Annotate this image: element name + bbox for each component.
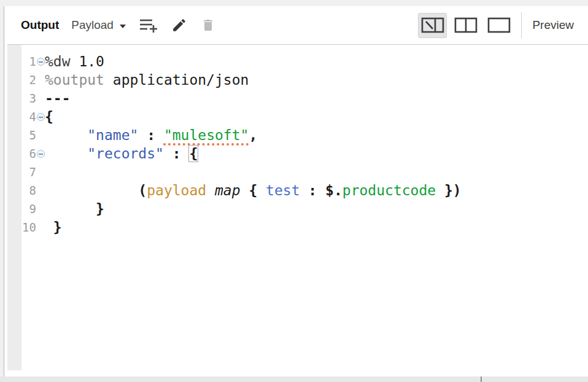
line-number: 8 xyxy=(4,181,36,200)
code-token: 1.0 xyxy=(71,53,104,69)
bottom-splitter-bar[interactable] xyxy=(0,376,588,382)
code-line: 7 xyxy=(4,163,588,181)
code-token xyxy=(257,182,266,198)
add-transformation-button[interactable] xyxy=(139,17,158,34)
code-token: %dw xyxy=(45,53,71,69)
code-text: "records" : { xyxy=(45,144,198,163)
code-token xyxy=(138,127,147,143)
code-token: payload xyxy=(147,182,206,198)
code-token: } xyxy=(45,201,104,217)
code-text: } xyxy=(45,200,104,218)
code-line: 1%dw 1.0 xyxy=(4,52,588,71)
fold-column xyxy=(36,71,45,89)
line-number: 6 xyxy=(4,144,36,163)
payload-dropdown-label: Payload xyxy=(71,18,114,32)
code-line: 2%output application/json xyxy=(4,71,588,89)
line-number: 7 xyxy=(4,163,36,181)
code-token: { xyxy=(249,182,257,198)
line-number: 1 xyxy=(4,52,36,71)
code-text: } xyxy=(45,218,62,236)
transform-message-editor: Output Payload xyxy=(0,0,588,382)
code-token: "records" xyxy=(87,146,164,162)
fold-column xyxy=(36,163,45,181)
code-token: : xyxy=(172,146,181,162)
code-token: test xyxy=(266,182,300,198)
view-controls: Preview xyxy=(418,12,574,38)
line-number: 10 xyxy=(4,218,36,236)
code-text: (payload map { test : $.productcode }) xyxy=(45,181,462,200)
code-line: 8 (payload map { test : $.productcode }) xyxy=(4,181,588,200)
view-toggle-two-columns[interactable] xyxy=(451,13,480,38)
code-token: { xyxy=(189,146,198,162)
split-mapping-view-icon xyxy=(421,17,444,34)
code-token: "mulesoft" xyxy=(164,127,249,143)
code-token: %output xyxy=(45,72,104,88)
code-token xyxy=(45,127,87,143)
view-toggle-single-pane[interactable] xyxy=(484,13,513,38)
code-line: 10 } xyxy=(4,218,588,236)
code-text: "name" : "mulesoft", xyxy=(45,126,257,144)
two-column-view-icon xyxy=(454,17,478,34)
collapse-icon[interactable] xyxy=(37,58,45,66)
code-token: --- xyxy=(45,90,71,106)
single-pane-view-icon xyxy=(487,17,511,34)
fold-column xyxy=(36,107,45,126)
code-token: : xyxy=(308,182,317,198)
code-token: } xyxy=(45,219,62,235)
code-token xyxy=(181,146,190,162)
code-token xyxy=(206,182,215,198)
code-token: ( xyxy=(138,182,147,198)
code-text: { xyxy=(45,107,53,126)
fold-column xyxy=(36,218,45,236)
code-line: 6 "records" : { xyxy=(4,144,588,163)
code-token xyxy=(300,182,309,198)
code-token xyxy=(241,182,249,198)
code-token xyxy=(45,182,138,198)
fold-column xyxy=(36,126,45,144)
code-token xyxy=(436,182,444,198)
delete-button[interactable] xyxy=(201,17,215,33)
fold-column xyxy=(36,181,45,200)
output-toolbar: Output Payload xyxy=(4,6,588,44)
fold-column xyxy=(36,52,45,71)
code-line: 4{ xyxy=(4,107,588,126)
code-token xyxy=(317,182,325,198)
code-line: 3--- xyxy=(4,89,588,107)
fold-column xyxy=(36,200,45,218)
code-token: . xyxy=(334,182,342,198)
collapse-icon[interactable] xyxy=(37,113,45,121)
code-token: $ xyxy=(325,182,334,198)
code-token: "name" xyxy=(87,127,138,143)
code-text: %dw 1.0 xyxy=(45,52,104,71)
code-token: { xyxy=(45,109,53,125)
code-token: : xyxy=(147,127,155,143)
payload-dropdown[interactable]: Payload xyxy=(71,18,126,32)
preview-pane-toggle[interactable]: Preview xyxy=(532,18,574,32)
splitter-grip[interactable] xyxy=(481,376,482,382)
code-token: productcode xyxy=(342,182,436,198)
code-token: }) xyxy=(444,182,462,198)
code-token xyxy=(45,146,87,162)
add-transformation-icon xyxy=(139,17,158,34)
code-lines: 1%dw 1.02%output application/json3---4{5… xyxy=(4,52,588,236)
code-token xyxy=(164,146,172,162)
collapse-icon[interactable] xyxy=(37,150,45,158)
edit-button[interactable] xyxy=(171,17,187,33)
code-line: 9 } xyxy=(4,200,588,218)
output-panel: Output Payload xyxy=(4,6,588,376)
code-editor[interactable]: 1%dw 1.02%output application/json3---4{5… xyxy=(4,45,588,376)
pencil-icon xyxy=(171,17,187,33)
code-token: map xyxy=(215,182,241,198)
trash-icon xyxy=(201,17,215,33)
line-number: 9 xyxy=(4,200,36,218)
line-number: 2 xyxy=(4,71,36,89)
code-text: %output application/json xyxy=(45,71,249,89)
line-number: 5 xyxy=(4,126,36,144)
toolbar-separator xyxy=(521,12,522,38)
view-toggle-split-mapping[interactable] xyxy=(418,13,447,38)
code-token: application/json xyxy=(113,72,249,88)
code-line: 5 "name" : "mulesoft", xyxy=(4,126,588,144)
output-pane-title: Output xyxy=(21,18,59,32)
fold-column xyxy=(36,89,45,107)
chevron-down-icon xyxy=(120,25,126,28)
